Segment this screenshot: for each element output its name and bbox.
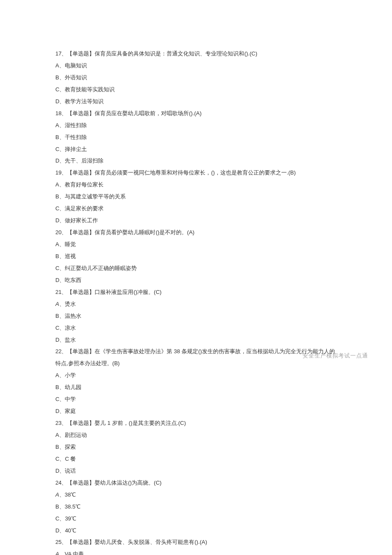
option-line: C、教育技能等实践知识 bbox=[55, 84, 337, 96]
option-line: D、盐水 bbox=[55, 334, 337, 346]
question-line: 24、【单选题】婴幼儿体温达()为高烧。(C) bbox=[55, 477, 337, 489]
option-line: C、凉水 bbox=[55, 322, 337, 334]
option-line: B、外语知识 bbox=[55, 72, 337, 84]
option-line: D、家庭 bbox=[55, 405, 337, 417]
option-line: C、中学 bbox=[55, 393, 337, 405]
option-line: D、吃东西 bbox=[55, 274, 337, 286]
option-line: A、睡觉 bbox=[55, 238, 337, 250]
question-line: 17、【单选题】保育员应具备的具体知识是：普通文化知识、专业理论知识和().(C… bbox=[55, 48, 337, 60]
option-line: D、先干、后湿扫除 bbox=[55, 155, 337, 167]
question-line: 18、【单选题】保育员应在婴幼儿唱歌前，对唱歌场所().(A) bbox=[55, 108, 337, 119]
option-line: B、温热水 bbox=[55, 310, 337, 322]
option-text: 、VA 中毒 bbox=[59, 551, 84, 555]
option-line: C、纠正婴幼儿不正确的睡眠姿势 bbox=[55, 262, 337, 274]
question-line: 25、【单选题】婴幼儿厌食、头发脱落、骨头疼可能患有().(A) bbox=[55, 536, 337, 548]
question-line: 20、【单选题】保育员看护婴幼儿睡眠时()是不对的。(A) bbox=[55, 227, 337, 238]
option-line: A、小学 bbox=[55, 369, 337, 381]
option-line: A、电脑知识 bbox=[55, 60, 337, 72]
option-letter: A bbox=[55, 491, 59, 498]
question-line: 19、【单选题】保育员必须要一视同仁地尊重和对待每位家长，()，这也是教育公正的… bbox=[55, 167, 337, 179]
content-body: 17、【单选题】保育员应具备的具体知识是：普通文化知识、专业理论知识和().(C… bbox=[55, 48, 337, 555]
option-line: A、VA 中毒 bbox=[55, 548, 337, 555]
option-line: B、38.5℃ bbox=[55, 501, 337, 513]
option-line: B、幼儿园 bbox=[55, 381, 337, 393]
watermark-stamp: 安全生产模拟考试一点通 bbox=[303, 350, 368, 362]
question-line: 23、【单选题】婴儿 1 岁前，()是其主要的关注点.(C) bbox=[55, 417, 337, 429]
option-text: 、38℃ bbox=[59, 491, 76, 498]
option-line: A、烫水 bbox=[55, 298, 337, 310]
option-line: C、C 餐 bbox=[55, 453, 337, 465]
document-page: 安全生产模拟考试一点通 17、【单选题】保育员应具备的具体知识是：普通文化知识、… bbox=[0, 0, 392, 555]
option-line: B、干性扫除 bbox=[55, 131, 337, 143]
option-line: A、湿性扫除 bbox=[55, 119, 337, 131]
option-line: A、38℃ bbox=[55, 489, 337, 501]
option-letter: A bbox=[55, 551, 59, 555]
question-line: 22、【单选题】在《学生伤害事故处理办法》第 38 条规定()发生的伤害事故，应… bbox=[55, 346, 337, 369]
option-line: B、与其建立诚挚平等的关系 bbox=[55, 191, 337, 203]
option-text: 、烫水 bbox=[59, 301, 76, 307]
option-line: A、教育好每位家长 bbox=[55, 179, 337, 191]
option-line: B、探索 bbox=[55, 441, 337, 453]
question-line: 21、【单选题】口服补液盐应用()冲服。(C) bbox=[55, 286, 337, 298]
option-letter: A bbox=[55, 301, 59, 307]
option-line: C、39℃ bbox=[55, 513, 337, 525]
option-line: A、剧烈运动 bbox=[55, 429, 337, 441]
option-line: D、做好家长工作 bbox=[55, 215, 337, 227]
option-line: C、掸掉尘土 bbox=[55, 143, 337, 155]
option-line: D、说话 bbox=[55, 465, 337, 477]
option-line: B、巡视 bbox=[55, 250, 337, 262]
option-line: D、40℃ bbox=[55, 525, 337, 537]
option-line: D、教学方法等知识 bbox=[55, 96, 337, 108]
option-line: C、满足家长的要求 bbox=[55, 203, 337, 215]
